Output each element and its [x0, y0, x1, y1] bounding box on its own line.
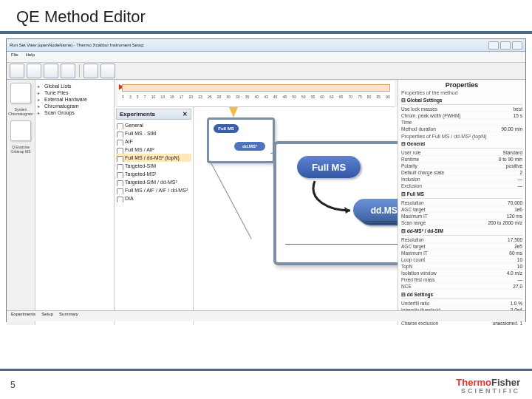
- property-value[interactable]: —: [518, 277, 523, 282]
- property-row[interactable]: AGC target1e6: [401, 206, 522, 213]
- property-value[interactable]: —: [518, 183, 523, 188]
- property-value[interactable]: 10: [517, 257, 522, 262]
- method-thumbnail[interactable]: Full MS dd.MS²: [207, 117, 275, 163]
- toolbar-redo-icon[interactable]: [100, 64, 115, 78]
- property-row[interactable]: Default charge state2: [401, 169, 522, 176]
- property-row[interactable]: Chrom. peak width (FWHM)15 s: [401, 112, 522, 119]
- property-value[interactable]: 4.0 m/z: [507, 270, 522, 276]
- status-tab[interactable]: Experiments: [11, 312, 35, 321]
- device-chromatogram-icon[interactable]: [10, 83, 31, 103]
- property-row[interactable]: Maximum IT60 ms: [401, 250, 522, 256]
- property-value[interactable]: —: [518, 177, 523, 182]
- toolbar-new-icon[interactable]: [10, 64, 24, 78]
- menu-help[interactable]: Help: [26, 52, 35, 61]
- property-value[interactable]: 10: [517, 264, 522, 269]
- property-row[interactable]: Maximum IT120 ms: [401, 213, 522, 219]
- property-row[interactable]: Method duration90.00 min: [401, 126, 522, 132]
- experiment-item[interactable]: DIA: [116, 194, 191, 202]
- method-canvas[interactable]: Full MS dd.MS² Full MS: [194, 107, 398, 325]
- property-value[interactable]: 60 ms: [509, 250, 522, 256]
- property-value[interactable]: 0 to 90 min: [499, 157, 522, 162]
- close-button[interactable]: [512, 41, 522, 50]
- property-row[interactable]: Fixed first mass—: [401, 276, 522, 283]
- property-value[interactable]: Standard: [503, 150, 522, 155]
- property-group[interactable]: dd Settings: [401, 292, 522, 299]
- toolbar-print-icon[interactable]: [61, 64, 75, 78]
- ddms2-pill[interactable]: dd.MS2: [353, 199, 398, 221]
- experiment-item[interactable]: Targeted-SIM: [116, 162, 191, 170]
- property-value[interactable]: positive: [506, 163, 522, 168]
- property-value[interactable]: best: [514, 106, 522, 112]
- property-row[interactable]: Exclusion—: [401, 183, 522, 189]
- experiment-item[interactable]: Targeted-MS²: [116, 170, 191, 178]
- property-row[interactable]: Time: [401, 119, 522, 126]
- property-group[interactable]: Full MS: [401, 191, 522, 199]
- property-row[interactable]: TopN10: [401, 263, 522, 270]
- property-value[interactable]: 1.0 %: [510, 301, 522, 306]
- property-value[interactable]: 120 ms: [507, 214, 522, 219]
- property-value[interactable]: 17,500: [508, 237, 522, 242]
- property-value[interactable]: 200 to 2000 m/z: [488, 220, 522, 225]
- device-orbitrap-icon[interactable]: [10, 120, 31, 141]
- menu-bar[interactable]: File Help: [7, 52, 525, 63]
- experiment-item[interactable]: AIF: [116, 137, 191, 146]
- tree-item[interactable]: Scan Groups: [37, 109, 112, 116]
- property-row[interactable]: Underfill ratio1.0 %: [401, 300, 522, 307]
- property-value[interactable]: 70,000: [508, 200, 522, 205]
- menu-file[interactable]: File: [11, 52, 18, 61]
- experiment-item[interactable]: Full MS / dd-MS² (topN): [116, 154, 191, 162]
- property-key: Fixed first mass: [401, 277, 435, 282]
- property-key: Exclusion: [401, 183, 422, 188]
- experiment-item[interactable]: General: [116, 121, 191, 129]
- window-titlebar[interactable]: Run Set View [openNodeName] - Thermo Xca…: [7, 39, 525, 52]
- property-row[interactable]: Scan range200 to 2000 m/z: [401, 219, 522, 226]
- experiment-item[interactable]: Full MS - SIM: [116, 129, 191, 137]
- method-card[interactable]: Full MS dd.MS2: [273, 141, 398, 265]
- property-row[interactable]: Runtime0 to 90 min: [401, 156, 522, 163]
- property-row[interactable]: AGC target2e5: [401, 243, 522, 250]
- property-group[interactable]: dd-MS² / dd-SIM: [401, 228, 522, 236]
- property-value[interactable]: 2: [519, 170, 522, 175]
- property-value[interactable]: 2e5: [514, 244, 522, 249]
- tree-item[interactable]: Global Lists: [37, 83, 112, 89]
- experiment-item[interactable]: Full MS / AIF / AIF / dd-MS²: [116, 186, 191, 194]
- property-value[interactable]: 90.00 min: [501, 126, 522, 132]
- nav-tree[interactable]: Global Lists Tune Files External Hardwar…: [35, 80, 115, 325]
- status-tab[interactable]: Summary: [59, 312, 78, 321]
- timeline-tick: 23: [198, 95, 202, 99]
- property-row[interactable]: Isolation window4.0 m/z: [401, 270, 522, 276]
- tree-item[interactable]: Tune Files: [37, 89, 112, 96]
- timeline-bar[interactable]: [122, 84, 390, 92]
- experiment-item[interactable]: Targeted-SIM / dd-MS²: [116, 178, 191, 186]
- property-group[interactable]: General: [401, 141, 522, 149]
- maximize-button[interactable]: [500, 41, 511, 50]
- property-row[interactable]: Resolution17,500: [401, 236, 522, 243]
- experiments-close-icon[interactable]: ✕: [183, 111, 188, 117]
- tree-item[interactable]: External Hardware: [37, 96, 112, 103]
- experiment-item[interactable]: Full MS / AIF: [116, 146, 191, 154]
- property-row[interactable]: Resolution70,000: [401, 200, 522, 206]
- toolbar-open-icon[interactable]: [27, 64, 41, 78]
- minimize-button[interactable]: [488, 41, 499, 50]
- property-row[interactable]: Inclusion—: [401, 176, 522, 183]
- property-value[interactable]: 1e6: [514, 207, 522, 212]
- timeline-tick: 53: [301, 95, 306, 99]
- property-group[interactable]: Global Settings: [401, 98, 522, 105]
- toolbar-undo-icon[interactable]: [83, 64, 98, 78]
- status-tab[interactable]: Setup: [41, 312, 53, 321]
- property-value[interactable]: 15 s: [514, 113, 522, 118]
- timeline[interactable]: ▶ 03571013151720232528303335404345485053…: [117, 81, 395, 107]
- timeline-tick: 43: [264, 95, 268, 99]
- logo-fisher: Fisher: [491, 377, 520, 388]
- fullms-pill[interactable]: Full MS: [297, 156, 361, 178]
- property-value[interactable]: 27.0: [513, 284, 522, 289]
- property-row[interactable]: Polaritypositive: [401, 163, 522, 169]
- property-row[interactable]: Use lock massesbest: [401, 106, 522, 112]
- toolbar-save-icon[interactable]: [44, 64, 58, 78]
- property-row[interactable]: User roleStandard: [401, 149, 522, 156]
- tree-item[interactable]: Chromatogram: [37, 103, 112, 109]
- property-row[interactable]: Loop count10: [401, 256, 522, 263]
- property-row[interactable]: NCE27.0: [401, 283, 522, 290]
- property-key: Resolution: [401, 200, 424, 205]
- property-key: Chrom. peak width (FWHM): [401, 113, 461, 118]
